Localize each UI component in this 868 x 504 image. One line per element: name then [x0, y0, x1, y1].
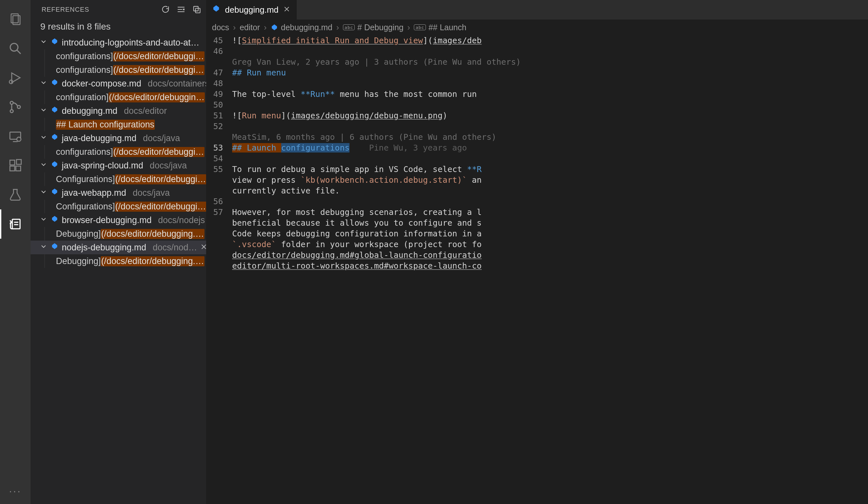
tab-label: debugging.md	[225, 5, 279, 15]
code-line[interactable]: However, for most debugging scenarios, c…	[232, 207, 868, 217]
code-line[interactable]	[232, 46, 868, 56]
code-line[interactable]: ![Run menu](images/debugging/debug-menu.…	[232, 110, 868, 121]
code-line[interactable]: docs/editor/debugging.md#global-launch-c…	[232, 250, 868, 260]
panel-title: REFERENCES	[42, 6, 161, 13]
tab-row: debugging.md	[206, 0, 868, 20]
markdown-file-icon	[51, 215, 59, 225]
file-dir: docs/java	[133, 188, 170, 198]
code-line[interactable]: `.vscode` folder in your workspace (proj…	[232, 239, 868, 250]
code-line[interactable]: ## Run menu	[232, 67, 868, 78]
ref-file[interactable]: debugging.md docs/editor	[31, 104, 206, 118]
ref-match[interactable]: configurations](/docs/editor/debuggi…	[31, 63, 206, 77]
chevron-down-icon	[40, 243, 48, 253]
editor-body[interactable]: 45 46 47 48 49 50 51 52 53 54 55 56 57 !…	[206, 35, 868, 504]
run-debug-icon[interactable]	[0, 63, 31, 92]
code-line[interactable]: To run or debug a simple app in VS Code,…	[232, 164, 868, 175]
markdown-file-icon	[51, 38, 59, 48]
collapse-all-icon[interactable]	[176, 4, 186, 14]
ref-file[interactable]: nodejs-debugging.md docs/nod…	[31, 240, 206, 254]
symbol-string-icon: abc	[414, 24, 425, 30]
file-name: debugging.md	[62, 106, 117, 116]
ref-file[interactable]: docker-compose.md docs/containers	[31, 77, 206, 90]
gitlens-annotation: Greg Van Liew, 2 years ago | 3 authors (…	[232, 56, 868, 67]
svg-rect-24	[194, 7, 198, 11]
markdown-file-icon	[270, 23, 278, 32]
file-name: introducing-logpoints-and-auto-at…	[62, 38, 199, 48]
code-line[interactable]	[232, 100, 868, 110]
close-icon[interactable]	[283, 5, 290, 15]
extensions-icon[interactable]	[0, 151, 31, 180]
tab-debugging-md[interactable]: debugging.md	[206, 0, 297, 20]
code-content[interactable]: ![Simplified initial Run and Debug view]…	[232, 35, 868, 504]
svg-line-3	[17, 50, 21, 54]
symbol-string-icon: abc	[343, 24, 355, 30]
code-line[interactable]: beneficial because it allows you to conf…	[232, 217, 868, 228]
markdown-file-icon	[51, 133, 59, 143]
code-line[interactable]	[232, 196, 868, 207]
chevron-right-icon: ›	[264, 23, 267, 32]
file-name: docker-compose.md	[62, 79, 142, 89]
ref-match[interactable]: ## Launch configurations	[31, 118, 206, 131]
ref-match[interactable]: configurations](/docs/editor/debuggi…	[31, 49, 206, 63]
breadcrumb-seg[interactable]: # Debugging	[357, 23, 403, 32]
ref-file[interactable]: java-spring-cloud.md docs/java	[31, 159, 206, 172]
code-line[interactable]	[232, 78, 868, 89]
close-icon[interactable]	[200, 243, 206, 253]
ref-match[interactable]: Configurations](/docs/editor/debuggi…	[31, 172, 206, 186]
code-line[interactable]: currently active file.	[232, 185, 868, 196]
code-line[interactable]	[232, 121, 868, 132]
code-line[interactable]: ## Launch configurationsPine Wu, 3 years…	[232, 142, 868, 153]
references-icon[interactable]	[0, 209, 31, 239]
references-tree[interactable]: introducing-logpoints-and-auto-at… confi…	[31, 36, 206, 504]
breadcrumb-seg[interactable]: editor	[240, 23, 260, 32]
explorer-icon[interactable]	[0, 4, 31, 34]
ref-match[interactable]: Configurations](/docs/editor/debuggi…	[31, 200, 206, 213]
panel-header: REFERENCES	[31, 0, 206, 19]
more-actions-icon[interactable]: ···	[0, 478, 31, 504]
file-name: java-webapp.md	[62, 188, 126, 198]
search-icon[interactable]	[0, 34, 31, 63]
ref-match[interactable]: configuration](/docs/editor/debuggin…	[31, 90, 206, 104]
remote-explorer-icon[interactable]	[0, 122, 31, 151]
svg-point-11	[17, 137, 21, 142]
gitlens-annotation: MeatSim, 6 months ago | 6 authors (Pine …	[232, 132, 868, 142]
chevron-down-icon	[40, 188, 48, 198]
file-dir: docs/nod…	[153, 243, 197, 253]
refresh-icon[interactable]	[161, 4, 170, 14]
breadcrumb-seg[interactable]: docs	[212, 23, 229, 32]
line-number-gutter: 45 46 47 48 49 50 51 52 53 54 55 56 57	[206, 35, 232, 504]
editor-region: debugging.md docs › editor › debugging.m…	[206, 0, 868, 504]
source-control-icon[interactable]	[0, 92, 31, 122]
code-line[interactable]: The top-level **Run** menu has the most …	[232, 89, 868, 100]
code-line[interactable]	[232, 153, 868, 164]
code-line[interactable]: ![Simplified initial Run and Debug view]…	[232, 35, 868, 46]
ref-file[interactable]: introducing-logpoints-and-auto-at…	[31, 36, 206, 49]
chevron-down-icon	[40, 38, 48, 48]
svg-rect-25	[196, 9, 200, 13]
ref-file[interactable]: java-webapp.md docs/java	[31, 186, 206, 200]
testing-icon[interactable]	[0, 180, 31, 209]
svg-point-2	[10, 43, 18, 51]
ref-file[interactable]: java-debugging.md docs/java	[31, 131, 206, 145]
svg-rect-13	[10, 166, 15, 171]
breadcrumb-seg[interactable]: ## Launch	[428, 23, 466, 32]
chevron-down-icon	[40, 79, 48, 89]
file-name: java-spring-cloud.md	[62, 161, 143, 171]
ref-match[interactable]: Debugging](/docs/editor/debugging.…	[31, 227, 206, 240]
svg-point-6	[10, 101, 13, 104]
ref-match[interactable]: configurations](/docs/editor/debuggi…	[31, 145, 206, 159]
breadcrumb-seg[interactable]: debugging.md	[281, 23, 332, 32]
svg-rect-15	[17, 160, 21, 165]
results-summary: 9 results in 8 files	[31, 19, 206, 36]
markdown-file-icon	[51, 106, 59, 116]
references-panel: REFERENCES 9 results in 8 files introduc…	[31, 0, 206, 504]
ref-match[interactable]: Debugging](/docs/editor/debugging.…	[31, 254, 206, 268]
code-line[interactable]: view or press `kb(workbench.action.debug…	[232, 175, 868, 185]
code-line[interactable]: Code keeps debugging configuration infor…	[232, 228, 868, 239]
clear-icon[interactable]	[192, 4, 202, 14]
ref-file[interactable]: browser-debugging.md docs/nodejs	[31, 213, 206, 227]
chevron-down-icon	[40, 106, 48, 116]
breadcrumb[interactable]: docs › editor › debugging.md › abc # Deb…	[206, 20, 868, 35]
code-line[interactable]: editor/multi-root-workspaces.md#workspac…	[232, 260, 868, 271]
file-name: java-debugging.md	[62, 133, 136, 143]
